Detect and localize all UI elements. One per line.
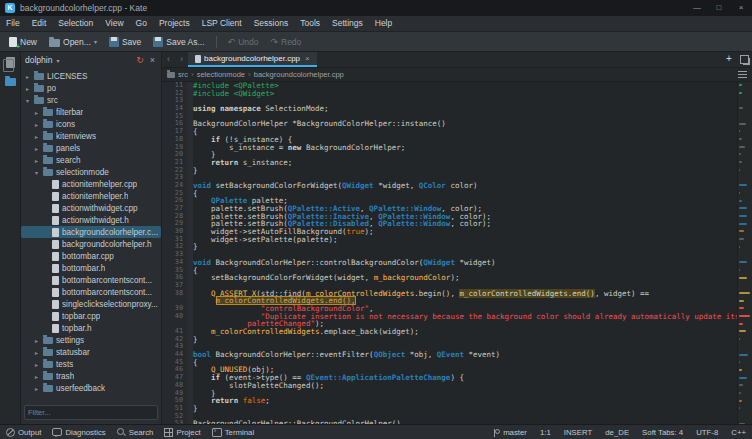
tree-item-userfeedback[interactable]: ▸userfeedback [21,382,161,394]
breadcrumb-selectionmode[interactable]: selectionmode [197,70,245,79]
code-token: BackgroundColorHelper::BackgroundColorHe… [193,419,401,424]
tree-item-trash[interactable]: ▸trash [21,370,161,382]
tab-settings[interactable]: Soft Tabs: 4 [642,428,683,437]
folder-icon [43,145,53,152]
encoding[interactable]: UTF-8 [696,428,718,437]
tab-close-icon[interactable]: × [303,54,310,63]
code-token: QWidget [342,181,374,190]
tree-item-bottombar-h[interactable]: bottombar.h [21,262,161,274]
tree-item-singleclickselectionproxy[interactable]: singleclickselectionproxy... [21,298,161,310]
code-token: .emplace_back(widget); [319,327,418,336]
code-line: 53BackgroundColorHelper::BackgroundColor… [162,420,752,424]
tree-item-actionitemhelper-h[interactable]: actionitemhelper.h [21,190,161,202]
menu-sessions[interactable]: Sessions [248,16,295,31]
panel-button-output[interactable]: Output [6,428,41,437]
panel-button-project[interactable]: Project [164,428,200,437]
tree-item-settings[interactable]: ▸settings [21,334,161,346]
git-branch-indicator[interactable]: master [493,428,527,437]
tree-item-licenses[interactable]: ▸LICENSES [21,70,161,82]
open-button[interactable]: Open...▾ [44,32,102,51]
new-button[interactable]: New [4,32,42,51]
tree-item-topbar-cpp[interactable]: topbar.cpp [21,310,161,322]
save-button[interactable]: Save [104,32,146,51]
tree-item-actionitemhelper-cpp[interactable]: actionitemhelper.cpp [21,178,161,190]
tree-item-po[interactable]: ▸po [21,82,161,94]
document-list-icon[interactable] [738,71,747,78]
tree-item-label: filterbar [56,108,83,117]
tree-item-selectionmode[interactable]: ▾selectionmode [21,166,161,178]
tree-item-bottombarcontentscont[interactable]: bottombarcontentscont... [21,286,161,298]
syntax-mode[interactable]: C++ [731,428,746,437]
minimap-scrollbar[interactable] [737,82,752,424]
project-name[interactable]: dolphin [25,55,52,65]
panel-button-search[interactable]: Search [117,428,154,437]
save-as-button[interactable]: Save As... [148,32,209,51]
panel-button-terminal[interactable]: Terminal [212,428,254,437]
tree-item-statusbar[interactable]: ▸statusbar [21,346,161,358]
split-view-button[interactable] [736,52,752,67]
tree-item-bottombar-cpp[interactable]: bottombar.cpp [21,250,161,262]
input-mode[interactable]: INSERT [564,428,592,437]
code-token: } [193,404,198,413]
dictionary[interactable]: de_DE [605,428,629,437]
minimize-button[interactable]: — [686,0,708,16]
app-icon: K [5,3,15,13]
menu-tools[interactable]: Tools [294,16,326,31]
tree-item-filterbar[interactable]: ▸filterbar [21,106,161,118]
tree-item-src[interactable]: ▾src [21,94,161,106]
reload-project-icon[interactable]: ↻ [136,52,144,68]
menu-file[interactable]: File [0,16,26,31]
minimap-line [739,215,747,217]
line-number: 40 [162,313,187,321]
menu-lsp-client[interactable]: LSP Client [196,16,248,31]
code-token: using namespace [193,104,261,113]
tree-item-icons[interactable]: ▸icons [21,118,161,130]
statusbar: OutputDiagnosticsSearchProjectTerminal m… [0,424,752,439]
menu-help[interactable]: Help [369,16,398,31]
menu-view[interactable]: View [99,16,129,31]
maximize-button[interactable]: □ [708,0,730,16]
redo-button[interactable]: ↷Redo [265,32,306,51]
menu-selection[interactable]: Selection [52,16,99,31]
minimap-line [739,130,740,132]
menu-projects[interactable]: Projects [153,16,196,31]
tree-item-backgroundcolorhelper-h[interactable]: backgroundcolorhelper.h [21,238,161,250]
tree-item-search[interactable]: ▸search [21,154,161,166]
tree-item-bottombarcontentscont[interactable]: bottombarcontentscont... [21,274,161,286]
chevron-right-icon: ▸ [33,385,40,392]
undo-button[interactable]: ↶Undo [223,32,264,51]
tree-item-label: actionitemhelper.h [62,192,128,201]
tree-item-backgroundcolorhelper-c[interactable]: backgroundcolorhelper.c... [21,226,161,238]
menu-go[interactable]: Go [130,16,153,31]
breadcrumb-backgroundcolorhelper-cpp[interactable]: backgroundcolorhelper.cpp [254,70,344,79]
minimap-line [739,400,742,402]
tree-item-actionwithwidget-h[interactable]: actionwithwidget.h [21,214,161,226]
terminal-icon [212,428,222,437]
minimap-line [739,261,747,263]
tree-item-tests[interactable]: ▸tests [21,358,161,370]
breadcrumb-src[interactable]: src [178,70,188,79]
tab-backgroundcolorhelper[interactable]: backgroundcolorhelper.cpp × [188,52,317,67]
code-line: 24void setBackgroundColorForWidget(QWidg… [162,182,752,190]
prev-tab-icon[interactable]: ‹ [162,52,175,67]
chevron-down-icon[interactable]: ▾ [56,57,59,64]
code-text: widget->setPalette(palette); [193,236,338,244]
menu-settings[interactable]: Settings [326,16,369,31]
tree-item-kitemviews[interactable]: ▸kitemviews [21,130,161,142]
tree-item-panels[interactable]: ▸panels [21,142,161,154]
close-button[interactable]: × [730,0,752,16]
editor-column: ‹ › backgroundcolorhelper.cpp × + src›se… [162,52,752,424]
cursor-position[interactable]: 1:1 [540,428,551,437]
documents-toolview-icon[interactable] [6,57,15,68]
tree-item-actionwithwidget-cpp[interactable]: actionwithwidget.cpp [21,202,161,214]
panel-button-diagnostics[interactable]: Diagnostics [52,428,105,437]
breadcrumb-separator-icon: › [191,70,194,79]
tree-item-topbar-h[interactable]: topbar.h [21,322,161,334]
close-sidebar-icon[interactable]: × [148,52,157,68]
menu-edit[interactable]: Edit [26,16,53,31]
new-tab-button[interactable]: + [722,52,736,67]
next-tab-icon[interactable]: › [175,52,188,67]
code-editor[interactable]: 11#include <QPalette>12#include <QWidget… [162,82,752,424]
filter-input[interactable] [24,405,158,420]
projects-toolview-icon[interactable] [5,78,16,86]
